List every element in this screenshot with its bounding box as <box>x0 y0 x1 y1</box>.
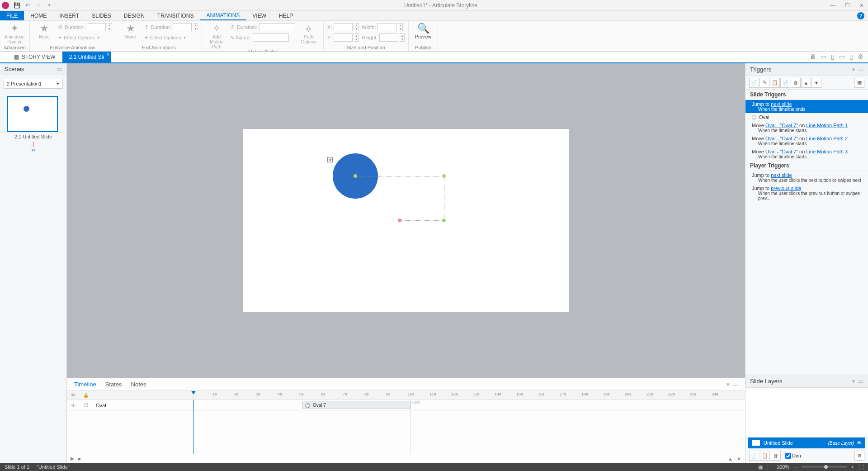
grid-view-icon[interactable]: ▦ <box>758 464 763 470</box>
motion-name-input[interactable] <box>253 33 289 42</box>
menu-transitions[interactable]: TRANSITIONS <box>151 11 200 20</box>
trigger-move-path3[interactable]: Move Oval - "Oval 7" on Line Motion Path… <box>745 147 868 161</box>
slide-tab[interactable]: 2.1 Untitled Sli × <box>62 52 111 62</box>
timeline-menu-icon[interactable]: ▾ <box>726 381 730 388</box>
menu-file[interactable]: FILE <box>0 11 24 20</box>
menu-view[interactable]: VIEW <box>246 11 273 20</box>
width-input[interactable] <box>377 23 396 31</box>
layer-visibility-icon[interactable]: 👁 <box>857 440 862 446</box>
layers-undock-icon[interactable]: ▭ <box>858 378 863 385</box>
add-trigger-button[interactable]: 📄 <box>749 78 759 88</box>
base-layer-row[interactable]: Untitled Slide (Base Layer) 👁 <box>748 438 865 448</box>
path-end-handle-1[interactable] <box>442 174 446 178</box>
menu-design[interactable]: DESIGN <box>118 11 151 20</box>
phone-landscape-icon[interactable]: ▭ <box>839 53 845 60</box>
oval-link[interactable]: Oval - "Oval 7" <box>765 136 798 141</box>
exit-effect-options[interactable]: ✦Effect Options▼ <box>144 33 198 42</box>
zoom-in-button[interactable]: + <box>851 464 854 470</box>
x-input[interactable] <box>334 23 353 31</box>
dim-checkbox[interactable] <box>785 453 791 459</box>
layer-settings-button[interactable]: ⚙ <box>854 451 864 461</box>
row-visibility-icon[interactable]: 👁 <box>67 403 80 408</box>
lock-column-icon[interactable]: 🔒 <box>80 393 92 398</box>
trigger-player-prev[interactable]: Jump to previous slide When the user cli… <box>745 184 868 202</box>
zoom-out-button[interactable]: − <box>794 464 797 470</box>
tab-timeline[interactable]: Timeline <box>74 381 96 388</box>
add-layer-button[interactable]: 📄 <box>749 451 759 461</box>
delete-trigger-button[interactable]: 🗑 <box>791 78 801 88</box>
animation-painter-button[interactable]: ✦ Animation Painter <box>4 23 25 44</box>
minimize-button[interactable]: — <box>828 2 837 9</box>
entrance-effect-options[interactable]: ✦Effect Options▼ <box>58 33 112 42</box>
triggers-undock-icon[interactable]: ▭ <box>858 66 863 73</box>
copy-trigger-button[interactable]: 📋 <box>770 78 780 88</box>
timeline-clip-oval7[interactable]: ◯ Oval 7 <box>302 401 410 409</box>
exit-none-button[interactable]: ★ None <box>120 23 142 39</box>
exit-duration-input[interactable] <box>173 23 192 31</box>
fit-window-icon[interactable]: ⛶ <box>859 464 863 470</box>
add-motion-path-button[interactable]: ✧ Add Motion Path <box>206 23 227 49</box>
tablet-landscape-icon[interactable]: ▭ <box>821 53 826 60</box>
desktop-view-icon[interactable]: 🖥 <box>810 53 816 60</box>
timeline-row-oval[interactable]: 👁 ☐ Oval ◯ Oval 7 <box>67 400 745 411</box>
playhead[interactable] <box>191 391 196 395</box>
next-slide-link[interactable]: next slide <box>771 101 792 107</box>
undo-icon[interactable]: ↶ <box>24 1 32 10</box>
slide-canvas[interactable]: ★ <box>243 129 569 312</box>
redo-icon[interactable]: ↷ <box>34 1 42 10</box>
tablet-portrait-icon[interactable]: ▯ <box>831 53 835 60</box>
help-icon[interactable]: ? <box>857 12 864 19</box>
motion-path-1[interactable] <box>357 176 443 176</box>
entrance-none-button[interactable]: ★ None <box>33 23 55 39</box>
trigger-move-path2[interactable]: Move Oval - "Oval 7" on Line Motion Path… <box>745 134 868 147</box>
save-icon[interactable]: 💾 <box>13 1 21 10</box>
zoom-out-timeline[interactable]: ▲ <box>728 456 733 461</box>
edit-trigger-button[interactable]: ✎ <box>760 78 769 88</box>
timeline-undock-icon[interactable]: ▭ <box>732 381 738 388</box>
menu-animations[interactable]: ANIMATIONS <box>200 11 246 20</box>
path-end-handle-3[interactable] <box>398 219 401 222</box>
motion-path-2[interactable] <box>444 178 444 219</box>
menu-home[interactable]: HOME <box>24 11 53 20</box>
entrance-duration-input[interactable] <box>87 23 106 31</box>
close-tab-icon[interactable]: × <box>107 52 109 57</box>
menu-help[interactable]: HELP <box>273 11 299 20</box>
visibility-column-icon[interactable]: 👁 <box>67 393 80 398</box>
fit-icon[interactable]: ⛶ <box>767 464 772 470</box>
path2-link[interactable]: Line Motion Path 2 <box>806 136 848 141</box>
slide-thumbnail[interactable]: 2.1 Untitled Slide ⚯ <box>7 96 59 152</box>
settings-icon[interactable]: ⚙ <box>858 53 863 60</box>
zoom-in-timeline[interactable]: ▼ <box>736 456 741 461</box>
maximize-button[interactable]: ☐ <box>843 2 852 9</box>
oval-link[interactable]: Oval - "Oval 7" <box>765 149 798 154</box>
phone-portrait-icon[interactable]: ▯ <box>849 53 853 60</box>
duplicate-layer-button[interactable]: 📋 <box>760 451 770 461</box>
path-start-handle[interactable] <box>354 174 357 178</box>
preview-button[interactable]: 🔍 Preview <box>412 23 434 39</box>
zoom-slider[interactable] <box>802 466 847 467</box>
paste-trigger-button[interactable]: 📄 <box>780 78 790 88</box>
tab-notes[interactable]: Notes <box>131 381 146 388</box>
triggers-menu-icon[interactable]: ▾ <box>852 66 855 73</box>
previous-slide-link[interactable]: previous slide <box>771 186 801 191</box>
row-lock-icon[interactable]: ☐ <box>80 402 92 408</box>
move-down-button[interactable]: ▼ <box>811 78 821 88</box>
panel-menu-icon[interactable]: ▭ <box>57 66 62 72</box>
path-options-button[interactable]: ⟡ Path Options <box>298 23 320 44</box>
stop-button[interactable]: ■ <box>78 456 81 461</box>
close-button[interactable]: ✕ <box>857 2 866 9</box>
trigger-object-oval[interactable]: Oval <box>745 113 868 121</box>
delete-layer-button[interactable]: 🗑 <box>771 451 781 461</box>
animation-marker-icon[interactable]: ★ <box>327 157 333 162</box>
layers-menu-icon[interactable]: ▾ <box>852 378 855 385</box>
play-button[interactable]: ▶ <box>71 456 74 461</box>
menu-slides[interactable]: SLIDES <box>85 11 118 20</box>
path3-link[interactable]: Line Motion Path 3 <box>806 149 848 154</box>
motion-duration-input[interactable] <box>259 23 295 31</box>
variables-button[interactable]: ▦ <box>854 78 864 88</box>
next-slide-link[interactable]: next slide <box>771 172 792 178</box>
tab-states[interactable]: States <box>105 381 122 388</box>
trigger-player-next[interactable]: Jump to next slide When the user clicks … <box>745 171 868 184</box>
trigger-move-path1[interactable]: Move Oval - "Oval 7" on Line Motion Path… <box>745 121 868 134</box>
menu-insert[interactable]: INSERT <box>53 11 85 20</box>
